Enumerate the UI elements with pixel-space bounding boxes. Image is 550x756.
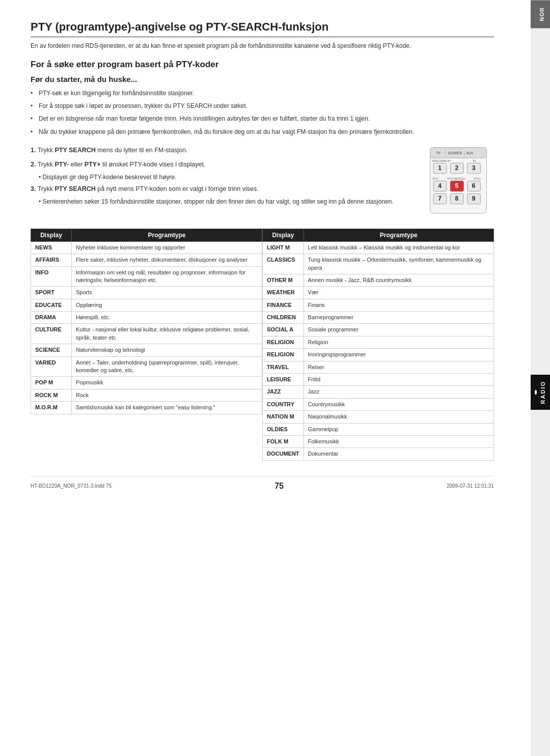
table-row: WEATHERVær	[263, 287, 494, 299]
table-row: NATION MNasjonalmusikk	[263, 411, 494, 423]
programtype-cell: Folkemusikk	[304, 436, 493, 448]
step-num: 1.	[31, 147, 38, 154]
programtype-cell: Opplæring	[72, 299, 262, 311]
table-row: LIGHT MLett klassisk musikk – Klassisk m…	[263, 241, 494, 254]
table-row: NEWSNyheter inklusive kommentarer og rap…	[31, 241, 262, 254]
table-row: RELIGIONInnringingsprogrammer	[263, 349, 494, 361]
display-cell: ROCK M	[31, 389, 72, 401]
svg-text:PTY+: PTY+	[474, 177, 481, 180]
display-cell: RELIGION	[263, 349, 304, 361]
programtype-cell: Nyheter inklusive kommentarer og rapport…	[72, 241, 262, 254]
display-cell: OLDIES	[263, 423, 304, 435]
programtype-cell: Kultur - nasjonal eller lokal kultur, in…	[72, 324, 262, 344]
table-row: LEISUREFritid	[263, 374, 494, 386]
programtype-cell: Naturvitenskap og teknologi	[72, 344, 262, 356]
programtype-cell: Informasjon om vekt og mål, resultater o…	[72, 266, 262, 287]
svg-text:8: 8	[455, 195, 459, 202]
step-num: 2.	[31, 161, 38, 168]
programtype-cell: Countrymusikk	[304, 398, 493, 410]
left-table: Display Programtype NEWSNyheter inklusiv…	[31, 229, 262, 414]
remote-svg: TV SOURCE AUX RDS DISPLAY TA 1 2 3	[428, 145, 489, 216]
svg-text:RDS DISPLAY: RDS DISPLAY	[432, 159, 451, 162]
page-wrapper: NOR RADIO PTY (programtype)-angivelse og…	[0, 0, 550, 756]
programtype-cell: Finans	[304, 299, 493, 311]
display-cell: INFO	[31, 266, 72, 287]
right-programtype-header: Programtype	[304, 229, 493, 241]
side-tabs: NOR RADIO	[531, 0, 550, 756]
step-bold: PTY+	[85, 161, 101, 168]
programtype-cell: Rock	[72, 389, 262, 401]
tab-spacer	[531, 28, 550, 374]
table-row: OLDIESGammelpop	[263, 423, 494, 435]
programtype-cell: Gammelpop	[304, 423, 493, 435]
nor-tab: NOR	[531, 0, 550, 28]
programtype-cell: Jazz	[304, 386, 493, 398]
programtype-cell: Innringingsprogrammer	[304, 349, 493, 361]
step-num: 3.	[31, 185, 38, 192]
display-cell: FINANCE	[263, 299, 304, 311]
svg-text:9: 9	[472, 195, 476, 202]
table-row: SCIENCENaturvitenskap og teknologi	[31, 344, 262, 356]
programtype-cell: Dokumentar	[304, 448, 493, 460]
display-cell: EDUCATE	[31, 299, 72, 311]
bullet-list: PTY-søk er kun tilgjengelig for forhånds…	[31, 89, 494, 137]
page-footer: HT-BD1220A_NOR_0731-3.indd 75 75 2009-07…	[31, 476, 494, 491]
table-row: OTHER MAnnen musikk - Jazz, R&B countrym…	[263, 274, 494, 286]
display-cell: NATION M	[263, 411, 304, 423]
page-title: PTY (programtype)-angivelse og PTY-SEARC…	[31, 20, 494, 37]
programtype-cell: Reiser	[304, 361, 493, 373]
bullet-item: Når du trykker knappene på den primære f…	[31, 127, 494, 137]
intro-text: En av fordelen med RDS-tjenesten, er at …	[31, 41, 494, 50]
footer-right: 2009-07-31 12:01:31	[447, 483, 494, 489]
programtype-cell: Religion	[304, 336, 493, 348]
programtype-cell: Hørespill, etc.	[72, 312, 262, 324]
right-table: Display Programtype LIGHT MLett klassisk…	[262, 229, 494, 461]
programtype-cell: Annen musikk - Jazz, R&B countrymusikk	[304, 274, 493, 286]
radio-tab-text: RADIO	[540, 381, 546, 404]
tables-container: Display Programtype NEWSNyheter inklusiv…	[31, 229, 494, 461]
display-cell: SOCIAL A	[263, 324, 304, 336]
svg-text:7: 7	[438, 195, 442, 202]
programtype-cell: Tung klassisk musikk – Orkestermusikk, s…	[304, 254, 493, 274]
table-row: SPORTSports	[31, 287, 262, 299]
display-cell: SCIENCE	[31, 344, 72, 356]
display-cell: TRAVEL	[263, 361, 304, 373]
svg-text:3: 3	[472, 164, 476, 172]
svg-text:2: 2	[455, 164, 459, 172]
svg-text:SOURCE: SOURCE	[448, 151, 462, 155]
display-cell: CULTURE	[31, 324, 72, 344]
step-sub: Displayet gir deg PTY-kodene beskrevet t…	[31, 174, 418, 181]
radio-dot	[535, 390, 537, 395]
steps-text: 1. Trykk PTY SEARCH mens du lytter til e…	[31, 145, 418, 218]
table-row: CULTUREKultur - nasjonal eller lokal kul…	[31, 324, 262, 344]
table-row: DRAMAHørespill, etc.	[31, 312, 262, 324]
step-sub2: Senterenheten søker 15 forhåndsinnstilte…	[31, 198, 418, 205]
bullet-item: PTY-søk er kun tilgjengelig for forhånds…	[31, 89, 494, 98]
programtype-cell: Vær	[304, 287, 493, 299]
svg-text:TA: TA	[473, 159, 476, 162]
step-bold: PTY-	[54, 161, 69, 168]
right-display-header: Display	[263, 229, 304, 241]
svg-text:PTY SEARCH: PTY SEARCH	[448, 177, 465, 180]
svg-text:TV: TV	[436, 151, 441, 155]
table-row: POP MPopmusikk	[31, 377, 262, 389]
table-row: RELIGIONReligion	[263, 336, 494, 348]
svg-text:6: 6	[472, 182, 476, 189]
display-cell: FOLK M	[263, 436, 304, 448]
table-row: CHILDRENBarneprogrammer	[263, 312, 494, 324]
remote-control-image: TV SOURCE AUX RDS DISPLAY TA 1 2 3	[428, 145, 494, 218]
table-row: FINANCEFinans	[263, 299, 494, 311]
programtype-cell: Barneprogrammer	[304, 312, 493, 324]
display-cell: SPORT	[31, 287, 72, 299]
display-cell: POP M	[31, 377, 72, 389]
left-display-header: Display	[31, 229, 72, 241]
table-row: SOCIAL ASosiale programmer	[263, 324, 494, 336]
svg-text:PTY-: PTY-	[432, 177, 438, 180]
table-row: COUNTRYCountrymusikk	[263, 398, 494, 410]
programtype-cell: Popmusikk	[72, 377, 262, 389]
table-row: AFFAIRSFlere saker, inklusive nyheter, d…	[31, 254, 262, 266]
programtype-cell: Samtidsmusikk kan bli kategorisert som "…	[72, 402, 262, 414]
step-bold: PTY SEARCH	[54, 185, 95, 192]
steps-section: 1. Trykk PTY SEARCH mens du lytter til e…	[31, 145, 494, 218]
left-programtype-header: Programtype	[72, 229, 262, 241]
